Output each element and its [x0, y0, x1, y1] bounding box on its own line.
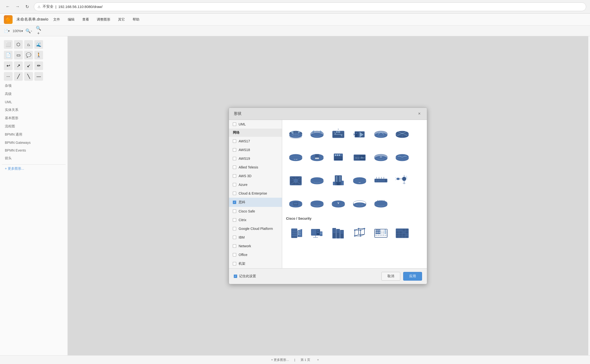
cisco-icon-5[interactable] — [371, 124, 391, 143]
cisco-icon-2[interactable] — [307, 124, 327, 143]
shape-arrow1[interactable]: ↩ — [4, 61, 13, 70]
menu-help[interactable]: 帮助 — [132, 17, 140, 22]
menu-other[interactable]: 其它 — [117, 17, 126, 22]
cisco-icon-6[interactable] — [393, 124, 412, 143]
category-arrows[interactable]: 箭头 — [2, 154, 66, 162]
more-shapes-link[interactable]: + 更多图形... — [2, 164, 66, 173]
cisco-icon-13[interactable] — [286, 170, 305, 189]
checkbox-rack[interactable] — [233, 262, 236, 265]
shape-wave[interactable]: 🌊 — [34, 40, 43, 49]
checkbox-cisco-safe[interactable] — [233, 210, 236, 213]
security-icon-4[interactable] — [350, 223, 369, 243]
cisco-icon-8[interactable] — [307, 147, 327, 166]
list-item-azure[interactable]: Azure — [229, 180, 282, 189]
shape-line1[interactable]: ╱ — [14, 72, 23, 81]
checkbox-aws19[interactable] — [233, 157, 236, 160]
menu-view[interactable]: 查看 — [81, 17, 90, 22]
shape-rect[interactable]: ⬜ — [4, 40, 13, 49]
list-item-network[interactable]: Network — [229, 242, 282, 250]
cisco-icon-11[interactable]: 20 — [371, 147, 391, 166]
apply-button[interactable]: 应用 — [403, 272, 422, 281]
cisco-icon-19[interactable] — [286, 193, 305, 213]
cisco-icon-18[interactable] — [393, 170, 412, 189]
list-item-uml[interactable]: UML — [229, 120, 282, 129]
category-advanced[interactable]: 高级 — [2, 90, 66, 98]
list-item-rack[interactable]: 机架 — [229, 259, 282, 268]
checkbox-google-cloud[interactable] — [233, 227, 236, 230]
category-flowchart[interactable]: 流程图 — [2, 122, 66, 131]
shape-rect2[interactable]: ▭ — [14, 51, 23, 59]
checkbox-allied[interactable] — [233, 166, 236, 169]
list-item-google-cloud[interactable]: Google Cloud Platform — [229, 224, 282, 233]
zoom-in-button[interactable]: 🔍+ — [35, 27, 42, 35]
list-item-aws3d[interactable]: AWS 3D — [229, 172, 282, 180]
address-bar[interactable]: ⚠ 不安全 | 192.168.56.110:8080/draw/ — [34, 2, 586, 11]
checkbox-azure[interactable] — [233, 183, 236, 186]
category-bpmn-gateways[interactable]: BPMN Gateways — [2, 139, 66, 146]
forward-button[interactable]: → — [14, 3, 21, 11]
list-item-cisco[interactable]: ✓ 思科 — [229, 198, 282, 207]
shape-speech[interactable]: 💬 — [24, 51, 33, 59]
add-page-button[interactable]: + — [316, 357, 320, 362]
category-bpmn-events[interactable]: BPMN Events — [2, 146, 66, 154]
more-shapes-bottom[interactable]: + 更多图形... — [270, 357, 290, 363]
shape-hex[interactable]: ⬡ — [14, 40, 23, 49]
cisco-icon-9[interactable] — [329, 147, 348, 166]
cisco-icon-4[interactable] — [350, 124, 369, 143]
checkbox-aws18[interactable] — [233, 148, 236, 152]
category-bpmn-general[interactable]: BPMN 通用 — [2, 131, 66, 139]
shape-dots1[interactable]: ··· — [4, 72, 13, 81]
list-item-aws18[interactable]: AWS18 — [229, 146, 282, 154]
menu-file[interactable]: 文件 — [52, 17, 61, 22]
checkbox-cisco[interactable]: ✓ — [233, 201, 236, 204]
shape-person[interactable]: 🚶 — [34, 51, 43, 59]
category-basic[interactable]: 基本图形 — [2, 114, 66, 122]
shape-arrow2[interactable]: ↗ — [14, 61, 23, 70]
checkbox-cloud-enterprise[interactable] — [233, 192, 236, 195]
cisco-icon-16[interactable]: SI — [350, 170, 369, 189]
toolbar-page-btn[interactable]: 📄▾ — [3, 27, 11, 35]
cisco-icon-1[interactable] — [286, 124, 305, 143]
cisco-icon-22[interactable] — [350, 193, 369, 213]
list-item-office[interactable]: Office — [229, 250, 282, 259]
shape-arrow3[interactable]: ↙ — [24, 61, 33, 70]
security-icon-3[interactable] — [329, 223, 348, 243]
list-item-allied[interactable]: Allied Telesis — [229, 163, 282, 172]
cisco-icon-15[interactable] — [329, 170, 348, 189]
list-item-network-section[interactable]: 网络 — [229, 129, 282, 137]
refresh-button[interactable]: ↻ — [23, 3, 31, 11]
cisco-icon-10[interactable]: 02:11 — [350, 147, 369, 166]
cisco-icon-23[interactable] — [371, 193, 391, 213]
shape-trap[interactable]: ⏢ — [24, 40, 33, 49]
shape-doc[interactable]: 📄 — [4, 51, 13, 59]
menu-edit[interactable]: 编辑 — [67, 17, 76, 22]
cisco-icon-7[interactable]: IAD — [286, 147, 305, 166]
cisco-icon-20[interactable] — [307, 193, 327, 213]
menu-adjust[interactable]: 调整图形 — [96, 17, 111, 22]
checkbox-ibm[interactable] — [233, 236, 236, 239]
canvas-area[interactable]: 形状 × UML — [68, 36, 588, 355]
cisco-icon-17[interactable] — [371, 170, 391, 189]
checkbox-uml[interactable] — [233, 123, 236, 126]
dialog-close-button[interactable]: × — [416, 111, 422, 117]
list-item-aws17[interactable]: AWS17 — [229, 137, 282, 146]
checkbox-citrix[interactable] — [233, 218, 236, 222]
checkbox-aws17[interactable] — [233, 139, 236, 143]
security-icon-1[interactable] — [286, 223, 305, 243]
category-uml[interactable]: UML — [2, 98, 66, 106]
remember-checkbox[interactable]: ✓ — [234, 275, 237, 278]
zoom-out-button[interactable]: 🔍- — [25, 27, 33, 35]
checkbox-aws3d[interactable] — [233, 174, 236, 178]
back-button[interactable]: ← — [4, 3, 12, 11]
cisco-icon-21[interactable]: V — [329, 193, 348, 213]
category-entity[interactable]: 实体关系 — [2, 106, 66, 114]
list-item-cisco-safe[interactable]: Cisco Safe — [229, 207, 282, 216]
list-item-citrix[interactable]: Citrix — [229, 216, 282, 224]
shape-pen[interactable]: ✏ — [34, 61, 43, 70]
cisco-icon-14[interactable] — [307, 170, 327, 189]
list-item-cloud-enterprise[interactable]: Cloud & Enterprise — [229, 189, 282, 198]
list-item-aws19[interactable]: AWS19 — [229, 154, 282, 163]
category-misc[interactable]: 杂项 — [2, 82, 66, 90]
cancel-button[interactable]: 取消 — [381, 272, 400, 281]
shape-line3[interactable]: — — [34, 72, 43, 81]
